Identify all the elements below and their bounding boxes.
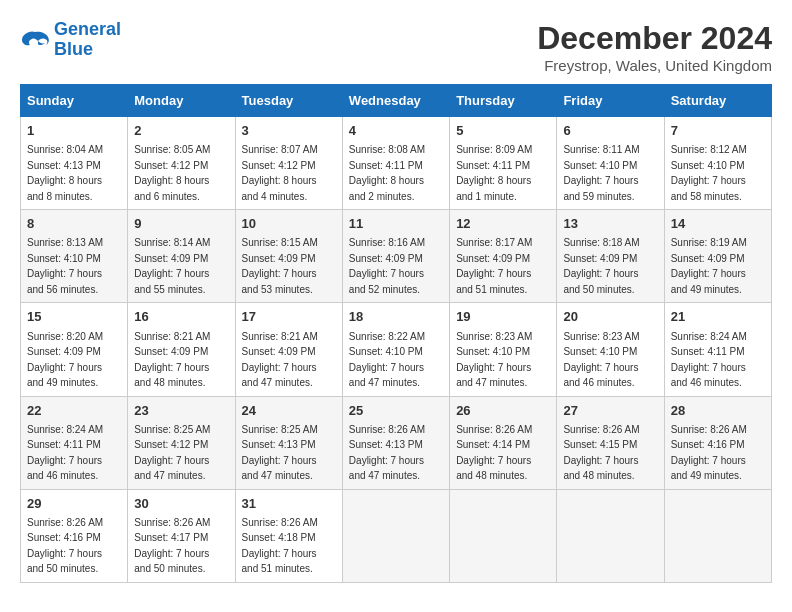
day-info: Sunrise: 8:26 AM Sunset: 4:15 PM Dayligh… — [563, 424, 639, 482]
day-info: Sunrise: 8:16 AM Sunset: 4:09 PM Dayligh… — [349, 237, 425, 295]
day-info: Sunrise: 8:26 AM Sunset: 4:14 PM Dayligh… — [456, 424, 532, 482]
day-info: Sunrise: 8:04 AM Sunset: 4:13 PM Dayligh… — [27, 144, 103, 202]
calendar-cell: 29 Sunrise: 8:26 AM Sunset: 4:16 PM Dayl… — [21, 489, 128, 582]
calendar-header-row: SundayMondayTuesdayWednesdayThursdayFrid… — [21, 85, 772, 117]
day-info: Sunrise: 8:24 AM Sunset: 4:11 PM Dayligh… — [27, 424, 103, 482]
day-info: Sunrise: 8:08 AM Sunset: 4:11 PM Dayligh… — [349, 144, 425, 202]
calendar-cell: 3 Sunrise: 8:07 AM Sunset: 4:12 PM Dayli… — [235, 117, 342, 210]
day-number: 3 — [242, 122, 336, 140]
logo-text: General Blue — [54, 20, 121, 60]
day-info: Sunrise: 8:13 AM Sunset: 4:10 PM Dayligh… — [27, 237, 103, 295]
day-number: 2 — [134, 122, 228, 140]
day-number: 7 — [671, 122, 765, 140]
day-info: Sunrise: 8:26 AM Sunset: 4:16 PM Dayligh… — [671, 424, 747, 482]
day-info: Sunrise: 8:12 AM Sunset: 4:10 PM Dayligh… — [671, 144, 747, 202]
day-number: 20 — [563, 308, 657, 326]
calendar-cell: 10 Sunrise: 8:15 AM Sunset: 4:09 PM Dayl… — [235, 210, 342, 303]
day-info: Sunrise: 8:25 AM Sunset: 4:12 PM Dayligh… — [134, 424, 210, 482]
day-info: Sunrise: 8:09 AM Sunset: 4:11 PM Dayligh… — [456, 144, 532, 202]
day-number: 13 — [563, 215, 657, 233]
day-number: 27 — [563, 402, 657, 420]
logo: General Blue — [20, 20, 121, 60]
day-info: Sunrise: 8:20 AM Sunset: 4:09 PM Dayligh… — [27, 331, 103, 389]
day-number: 19 — [456, 308, 550, 326]
calendar-cell: 22 Sunrise: 8:24 AM Sunset: 4:11 PM Dayl… — [21, 396, 128, 489]
header-saturday: Saturday — [664, 85, 771, 117]
calendar-cell: 28 Sunrise: 8:26 AM Sunset: 4:16 PM Dayl… — [664, 396, 771, 489]
page-title: December 2024 — [537, 20, 772, 57]
day-info: Sunrise: 8:26 AM Sunset: 4:16 PM Dayligh… — [27, 517, 103, 575]
calendar-cell: 30 Sunrise: 8:26 AM Sunset: 4:17 PM Dayl… — [128, 489, 235, 582]
calendar-cell: 11 Sunrise: 8:16 AM Sunset: 4:09 PM Dayl… — [342, 210, 449, 303]
calendar-cell: 20 Sunrise: 8:23 AM Sunset: 4:10 PM Dayl… — [557, 303, 664, 396]
day-info: Sunrise: 8:26 AM Sunset: 4:13 PM Dayligh… — [349, 424, 425, 482]
day-number: 16 — [134, 308, 228, 326]
calendar-week-row: 15 Sunrise: 8:20 AM Sunset: 4:09 PM Dayl… — [21, 303, 772, 396]
calendar-cell: 26 Sunrise: 8:26 AM Sunset: 4:14 PM Dayl… — [450, 396, 557, 489]
calendar-cell: 13 Sunrise: 8:18 AM Sunset: 4:09 PM Dayl… — [557, 210, 664, 303]
day-info: Sunrise: 8:23 AM Sunset: 4:10 PM Dayligh… — [456, 331, 532, 389]
day-number: 8 — [27, 215, 121, 233]
day-number: 31 — [242, 495, 336, 513]
calendar-week-row: 8 Sunrise: 8:13 AM Sunset: 4:10 PM Dayli… — [21, 210, 772, 303]
header-friday: Friday — [557, 85, 664, 117]
calendar-table: SundayMondayTuesdayWednesdayThursdayFrid… — [20, 84, 772, 583]
day-number: 26 — [456, 402, 550, 420]
day-info: Sunrise: 8:23 AM Sunset: 4:10 PM Dayligh… — [563, 331, 639, 389]
day-info: Sunrise: 8:25 AM Sunset: 4:13 PM Dayligh… — [242, 424, 318, 482]
day-info: Sunrise: 8:15 AM Sunset: 4:09 PM Dayligh… — [242, 237, 318, 295]
calendar-cell — [342, 489, 449, 582]
day-number: 6 — [563, 122, 657, 140]
header-tuesday: Tuesday — [235, 85, 342, 117]
day-number: 14 — [671, 215, 765, 233]
day-number: 1 — [27, 122, 121, 140]
calendar-cell: 6 Sunrise: 8:11 AM Sunset: 4:10 PM Dayli… — [557, 117, 664, 210]
day-number: 15 — [27, 308, 121, 326]
calendar-cell: 19 Sunrise: 8:23 AM Sunset: 4:10 PM Dayl… — [450, 303, 557, 396]
day-number: 29 — [27, 495, 121, 513]
calendar-cell — [557, 489, 664, 582]
header-monday: Monday — [128, 85, 235, 117]
calendar-cell: 12 Sunrise: 8:17 AM Sunset: 4:09 PM Dayl… — [450, 210, 557, 303]
page-subtitle: Freystrop, Wales, United Kingdom — [537, 57, 772, 74]
day-info: Sunrise: 8:17 AM Sunset: 4:09 PM Dayligh… — [456, 237, 532, 295]
calendar-cell: 17 Sunrise: 8:21 AM Sunset: 4:09 PM Dayl… — [235, 303, 342, 396]
day-info: Sunrise: 8:22 AM Sunset: 4:10 PM Dayligh… — [349, 331, 425, 389]
day-info: Sunrise: 8:26 AM Sunset: 4:18 PM Dayligh… — [242, 517, 318, 575]
calendar-cell — [664, 489, 771, 582]
calendar-week-row: 1 Sunrise: 8:04 AM Sunset: 4:13 PM Dayli… — [21, 117, 772, 210]
day-info: Sunrise: 8:14 AM Sunset: 4:09 PM Dayligh… — [134, 237, 210, 295]
header-thursday: Thursday — [450, 85, 557, 117]
calendar-cell: 23 Sunrise: 8:25 AM Sunset: 4:12 PM Dayl… — [128, 396, 235, 489]
day-number: 12 — [456, 215, 550, 233]
calendar-cell: 18 Sunrise: 8:22 AM Sunset: 4:10 PM Dayl… — [342, 303, 449, 396]
calendar-cell: 14 Sunrise: 8:19 AM Sunset: 4:09 PM Dayl… — [664, 210, 771, 303]
day-number: 24 — [242, 402, 336, 420]
calendar-cell: 8 Sunrise: 8:13 AM Sunset: 4:10 PM Dayli… — [21, 210, 128, 303]
calendar-cell: 1 Sunrise: 8:04 AM Sunset: 4:13 PM Dayli… — [21, 117, 128, 210]
day-number: 9 — [134, 215, 228, 233]
header-wednesday: Wednesday — [342, 85, 449, 117]
calendar-cell: 31 Sunrise: 8:26 AM Sunset: 4:18 PM Dayl… — [235, 489, 342, 582]
day-number: 5 — [456, 122, 550, 140]
calendar-cell: 2 Sunrise: 8:05 AM Sunset: 4:12 PM Dayli… — [128, 117, 235, 210]
calendar-cell: 4 Sunrise: 8:08 AM Sunset: 4:11 PM Dayli… — [342, 117, 449, 210]
calendar-cell: 24 Sunrise: 8:25 AM Sunset: 4:13 PM Dayl… — [235, 396, 342, 489]
day-info: Sunrise: 8:11 AM Sunset: 4:10 PM Dayligh… — [563, 144, 639, 202]
header-sunday: Sunday — [21, 85, 128, 117]
day-number: 22 — [27, 402, 121, 420]
title-section: December 2024 Freystrop, Wales, United K… — [537, 20, 772, 74]
calendar-cell: 27 Sunrise: 8:26 AM Sunset: 4:15 PM Dayl… — [557, 396, 664, 489]
day-number: 21 — [671, 308, 765, 326]
calendar-cell: 5 Sunrise: 8:09 AM Sunset: 4:11 PM Dayli… — [450, 117, 557, 210]
calendar-cell: 21 Sunrise: 8:24 AM Sunset: 4:11 PM Dayl… — [664, 303, 771, 396]
calendar-cell: 16 Sunrise: 8:21 AM Sunset: 4:09 PM Dayl… — [128, 303, 235, 396]
day-number: 23 — [134, 402, 228, 420]
calendar-cell — [450, 489, 557, 582]
calendar-cell: 15 Sunrise: 8:20 AM Sunset: 4:09 PM Dayl… — [21, 303, 128, 396]
day-number: 17 — [242, 308, 336, 326]
calendar-week-row: 29 Sunrise: 8:26 AM Sunset: 4:16 PM Dayl… — [21, 489, 772, 582]
page-header: General Blue December 2024 Freystrop, Wa… — [20, 20, 772, 74]
calendar-cell: 25 Sunrise: 8:26 AM Sunset: 4:13 PM Dayl… — [342, 396, 449, 489]
calendar-week-row: 22 Sunrise: 8:24 AM Sunset: 4:11 PM Dayl… — [21, 396, 772, 489]
